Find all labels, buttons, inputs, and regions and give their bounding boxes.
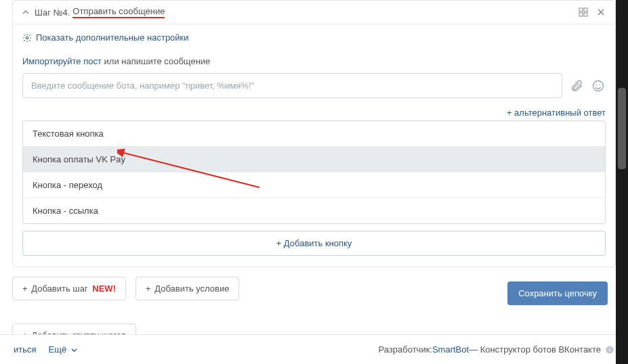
svg-text:i: i: [609, 346, 610, 352]
footer-bar: иться Ещё Разработчик: SmartBot — Констр…: [0, 334, 628, 364]
footer-more-label: Ещё: [49, 344, 67, 355]
show-settings-label: Показать дополнительные настройки: [36, 32, 189, 43]
alt-reply-label: + альтернативный ответ: [507, 108, 606, 118]
message-input-row: [22, 73, 606, 98]
save-chain-button[interactable]: Сохранить цепочку: [507, 281, 608, 305]
scrollbar-thumb[interactable]: [618, 88, 626, 169]
svg-rect-1: [584, 8, 587, 12]
option-link-button[interactable]: Кнопка - ссылка: [23, 198, 605, 223]
button-type-dropdown: Текстовая кнопка Кнопка оплаты VK Pay Кн…: [22, 120, 606, 224]
alt-reply-link[interactable]: + альтернативный ответ: [22, 108, 606, 118]
svg-point-4: [26, 37, 28, 39]
info-icon[interactable]: i: [605, 345, 614, 355]
new-badge: NEW!: [92, 283, 116, 294]
option-transition-button[interactable]: Кнопка - переход: [23, 173, 605, 198]
svg-point-5: [593, 81, 604, 91]
message-input[interactable]: [22, 73, 562, 98]
footer-link-1[interactable]: иться: [14, 344, 37, 355]
svg-rect-2: [579, 13, 583, 16]
add-step-label: Добавить шаг: [31, 283, 87, 294]
gear-icon: [22, 33, 32, 43]
chevron-up-icon[interactable]: [21, 7, 30, 17]
step-title: Отправить сообщение: [72, 6, 165, 18]
add-condition-label: Добавить условие: [154, 283, 229, 294]
import-row: Импортируйте пост или напишите сообщение: [22, 56, 606, 66]
svg-point-6: [596, 84, 598, 85]
svg-point-7: [600, 84, 601, 85]
import-post-link[interactable]: Импортируйте пост: [22, 56, 102, 66]
footer-dev-label: Разработчик:: [379, 344, 432, 355]
step-header: Шаг №4. Отправить сообщение: [13, 1, 615, 24]
step-card: Шаг №4. Отправить сообщение Показать доп…: [12, 0, 616, 267]
emoji-icon[interactable]: [591, 78, 606, 93]
add-step-button[interactable]: + Добавить шаг NEW!: [12, 277, 126, 300]
scrollbar-track[interactable]: [616, 0, 628, 364]
footer-dev-tail: — Конструктор ботов ВКонтакте: [469, 344, 601, 355]
option-text-button[interactable]: Текстовая кнопка: [23, 121, 605, 147]
close-icon[interactable]: [595, 6, 607, 18]
step-number: Шаг №4.: [35, 7, 70, 18]
add-button[interactable]: + Добавить кнопку: [22, 231, 606, 256]
import-tail: или напишите сообщение: [102, 56, 210, 66]
attachment-icon[interactable]: [569, 78, 584, 93]
show-settings-link[interactable]: Показать дополнительные настройки: [22, 32, 606, 43]
footer-dev-link[interactable]: SmartBot: [432, 344, 469, 355]
svg-rect-0: [579, 8, 583, 12]
add-condition-button[interactable]: + Добавить условие: [135, 277, 240, 300]
option-vkpay-button[interactable]: Кнопка оплаты VK Pay: [23, 147, 605, 173]
grid-icon[interactable]: [577, 6, 589, 18]
svg-rect-3: [584, 13, 587, 16]
footer-more-link[interactable]: Ещё: [49, 344, 77, 355]
